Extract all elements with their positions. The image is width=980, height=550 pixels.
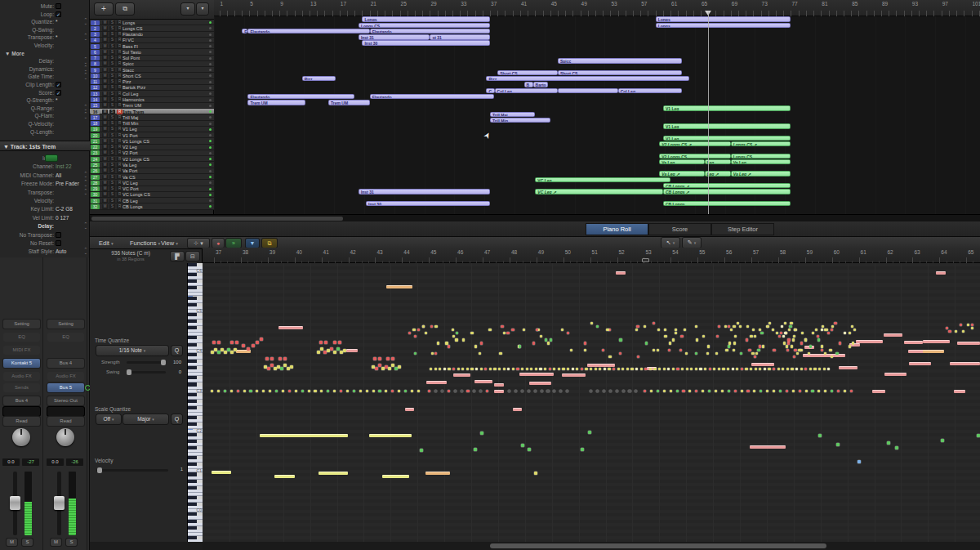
midi-note-field[interactable] bbox=[452, 335, 455, 338]
region-param-stepper[interactable]: ⌃ ⌄ bbox=[83, 113, 87, 118]
record-button[interactable]: R bbox=[117, 204, 122, 209]
mute-button[interactable]: M bbox=[7, 539, 17, 546]
midi-note-short[interactable] bbox=[252, 344, 255, 347]
midi-note-field[interactable] bbox=[657, 349, 659, 351]
midi-note-long[interactable] bbox=[872, 390, 885, 393]
midi-note-row[interactable] bbox=[549, 368, 551, 370]
midi-note-field[interactable] bbox=[782, 335, 785, 338]
midi-note-short[interactable] bbox=[290, 365, 293, 369]
midi-note-row[interactable] bbox=[489, 368, 492, 370]
midi-note-field[interactable] bbox=[787, 342, 790, 344]
midi-note-row[interactable] bbox=[759, 368, 761, 370]
record-button[interactable]: R bbox=[117, 68, 122, 73]
quantize-apply-button[interactable]: Q bbox=[172, 346, 182, 355]
track-row-v1-leg[interactable]: 19MSRV1 Leg bbox=[90, 127, 214, 132]
midi-note-row[interactable] bbox=[670, 390, 672, 392]
track-param-value[interactable]: Pre Fader bbox=[56, 181, 79, 186]
track-param-value[interactable]: C-2 G8 bbox=[56, 206, 73, 212]
midi-note-row[interactable] bbox=[516, 368, 519, 370]
mute-button[interactable]: M bbox=[102, 68, 108, 73]
midi-note-field[interactable] bbox=[755, 352, 758, 355]
solo-button[interactable]: S bbox=[109, 97, 115, 102]
midi-note-field[interactable] bbox=[635, 329, 638, 331]
midi-note-row[interactable] bbox=[346, 390, 349, 392]
midi-note-long[interactable] bbox=[936, 271, 946, 275]
volume-display[interactable]: 0.0 bbox=[47, 458, 64, 466]
record-button[interactable]: R bbox=[117, 157, 122, 162]
midi-note-row[interactable] bbox=[628, 390, 630, 392]
track-row-longs-cs[interactable]: 2MSRLongs CS bbox=[90, 25, 214, 31]
midi-note-row[interactable] bbox=[562, 368, 564, 370]
midi-note-field[interactable] bbox=[506, 332, 509, 334]
mute-button[interactable]: M bbox=[102, 50, 108, 55]
piano-roll-grid[interactable] bbox=[203, 263, 980, 542]
midi-note-field[interactable] bbox=[817, 335, 819, 338]
midi-note-field[interactable] bbox=[456, 332, 458, 334]
midi-note-row[interactable] bbox=[585, 368, 587, 370]
midi-note-field[interactable] bbox=[672, 338, 675, 341]
midi-note-field[interactable] bbox=[821, 345, 823, 347]
midi-note-short[interactable] bbox=[941, 439, 944, 442]
region-flautando[interactable]: Flautando bbox=[247, 94, 354, 99]
midi-note-short[interactable] bbox=[270, 364, 274, 367]
midi-note-row[interactable] bbox=[211, 390, 213, 392]
solo-button[interactable]: S bbox=[109, 133, 115, 138]
midi-note-long[interactable] bbox=[562, 373, 586, 377]
midi-note-row[interactable] bbox=[470, 368, 473, 370]
record-button[interactable]: R bbox=[117, 92, 122, 96]
midi-note-long[interactable] bbox=[494, 390, 504, 393]
midi-note-row[interactable] bbox=[786, 390, 788, 392]
record-button[interactable]: R bbox=[117, 56, 122, 60]
midi-note-row[interactable] bbox=[676, 368, 679, 370]
midi-note-field[interactable] bbox=[488, 329, 491, 331]
midi-note-row[interactable] bbox=[498, 368, 501, 370]
midi-note-row[interactable] bbox=[831, 390, 833, 392]
midi-note-short[interactable] bbox=[895, 446, 898, 449]
midi-note-short[interactable] bbox=[287, 367, 290, 370]
region-short-cs[interactable]: Short CS bbox=[558, 70, 682, 75]
midi-note-row[interactable] bbox=[813, 368, 816, 370]
midi-note-field[interactable] bbox=[796, 352, 799, 355]
mute-button[interactable]: M bbox=[102, 163, 108, 168]
midi-note-field[interactable] bbox=[809, 345, 812, 347]
record-button[interactable]: R bbox=[117, 50, 122, 55]
midi-note-short[interactable] bbox=[388, 367, 391, 370]
record-button[interactable]: R bbox=[117, 139, 122, 144]
mute-button[interactable]: M bbox=[102, 145, 108, 150]
midi-note-short[interactable] bbox=[398, 365, 401, 369]
track-inspector-header[interactable]: ▼ Track: 1sts Trem bbox=[0, 141, 90, 151]
midi-note-field[interactable] bbox=[960, 324, 962, 326]
region-va-leg-[interactable]: Va Leg ➚ bbox=[731, 171, 791, 176]
midi-note-field[interactable] bbox=[644, 325, 646, 328]
solo-button[interactable]: S bbox=[109, 68, 115, 73]
midi-note-row[interactable] bbox=[411, 390, 413, 392]
midi-note-row[interactable] bbox=[635, 368, 638, 370]
midi-note-field[interactable] bbox=[821, 349, 823, 351]
track-row-v1-port[interactable]: 20MSRV1 Port bbox=[90, 132, 214, 138]
midi-note-field[interactable] bbox=[817, 338, 820, 341]
midi-note-short[interactable] bbox=[274, 367, 277, 370]
record-button[interactable]: R bbox=[117, 44, 122, 49]
midi-note-field[interactable] bbox=[685, 352, 688, 355]
region-longs-cs[interactable]: Longs CS bbox=[359, 23, 490, 28]
record-button[interactable]: R bbox=[117, 61, 122, 66]
capture-recording-button[interactable]: » bbox=[226, 239, 241, 248]
midi-note-field[interactable] bbox=[408, 332, 411, 334]
midi-note-row[interactable] bbox=[599, 368, 601, 370]
midi-note-row[interactable] bbox=[576, 368, 578, 370]
midi-note-long[interactable] bbox=[923, 350, 944, 353]
midi-in-button[interactable]: ● bbox=[212, 239, 224, 248]
midi-note-field[interactable] bbox=[702, 335, 705, 338]
region-v2-longs-cs[interactable]: V2 Longs CS bbox=[659, 154, 730, 159]
midi-note-row[interactable] bbox=[766, 390, 768, 392]
region-longs[interactable]: Longs bbox=[656, 23, 791, 28]
midi-note-row[interactable] bbox=[682, 390, 684, 392]
midi-note-field[interactable] bbox=[794, 329, 796, 331]
region-short-cs[interactable]: Short CS bbox=[497, 70, 558, 75]
solo-button[interactable]: S bbox=[109, 74, 115, 78]
bus-4-slot[interactable]: Bus 4 bbox=[47, 359, 84, 368]
solo-button[interactable]: S bbox=[109, 115, 115, 120]
piano-roll-hscroll-thumb[interactable] bbox=[490, 543, 826, 548]
track-row-cb-leg[interactable]: 31MSRCB Leg bbox=[90, 198, 214, 203]
track-param-stepper[interactable]: ⌃ ⌄ bbox=[83, 190, 87, 195]
